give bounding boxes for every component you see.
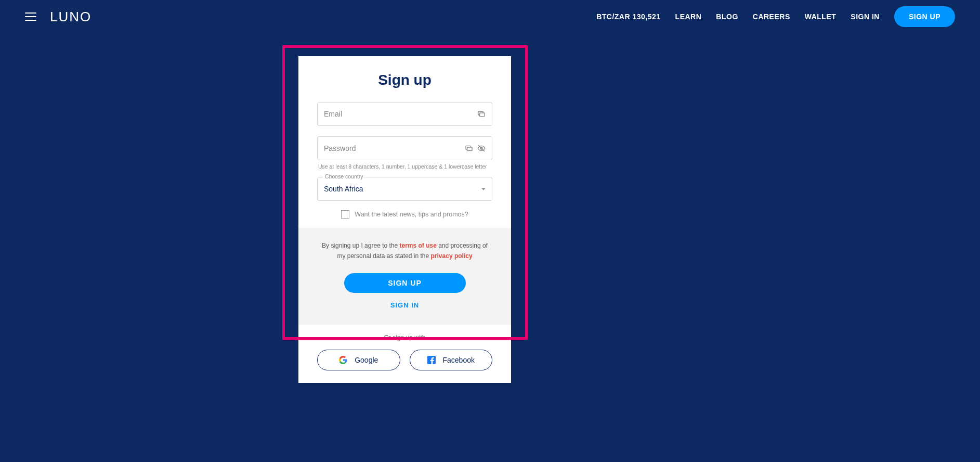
social-section: Or sign up with Google Facebook xyxy=(298,325,511,383)
header: LUNO BTC/ZAR 130,521 LEARN BLOG CAREERS … xyxy=(0,0,980,33)
social-label: Or sign up with xyxy=(317,334,492,341)
nav: BTC/ZAR 130,521 LEARN BLOG CAREERS WALLE… xyxy=(596,6,955,27)
promo-label: Want the latest news, tips and promos? xyxy=(355,211,468,218)
nav-price[interactable]: BTC/ZAR 130,521 xyxy=(596,12,660,21)
signup-form-bottom: By signing up I agree to the terms of us… xyxy=(298,228,511,325)
facebook-button[interactable]: Facebook xyxy=(410,350,493,370)
privacy-link[interactable]: privacy policy xyxy=(431,252,473,260)
facebook-button-label: Facebook xyxy=(443,356,475,364)
chevron-down-icon xyxy=(481,188,486,190)
signup-form-top: Sign up Use at least 8 characters, 1 num… xyxy=(298,56,511,228)
menu-icon[interactable] xyxy=(25,10,37,23)
country-label: Choose country xyxy=(323,173,365,179)
svg-rect-3 xyxy=(467,147,472,151)
country-field-wrap: Choose country South Africa xyxy=(317,177,492,201)
password-field-wrap xyxy=(317,136,492,160)
nav-blog[interactable]: BLOG xyxy=(716,12,738,21)
svg-rect-1 xyxy=(480,113,485,117)
nav-signin[interactable]: SIGN IN xyxy=(851,12,880,21)
form-title: Sign up xyxy=(317,72,492,88)
eye-off-icon[interactable] xyxy=(477,144,486,152)
google-button-label: Google xyxy=(355,356,378,364)
password-field[interactable] xyxy=(324,144,465,152)
email-field-wrap xyxy=(317,102,492,126)
autofill-icon xyxy=(465,144,473,152)
nav-careers[interactable]: CAREERS xyxy=(753,12,790,21)
legal-prefix: By signing up I agree to the xyxy=(322,242,399,249)
email-field[interactable] xyxy=(324,110,477,118)
legal-text: By signing up I agree to the terms of us… xyxy=(317,240,492,262)
promo-row: Want the latest news, tips and promos? xyxy=(317,210,492,219)
facebook-icon xyxy=(427,356,436,364)
google-icon xyxy=(339,356,347,364)
nav-learn[interactable]: LEARN xyxy=(675,12,702,21)
autofill-icon xyxy=(477,110,486,118)
social-row: Google Facebook xyxy=(317,350,492,370)
country-select[interactable]: South Africa xyxy=(324,185,477,193)
promo-checkbox[interactable] xyxy=(341,210,349,219)
terms-link[interactable]: terms of use xyxy=(400,242,437,249)
signup-button[interactable]: SIGN UP xyxy=(344,273,466,293)
google-button[interactable]: Google xyxy=(317,350,400,370)
signup-card: Sign up Use at least 8 characters, 1 num… xyxy=(298,56,511,383)
password-hint: Use at least 8 characters, 1 number, 1 u… xyxy=(318,163,492,170)
nav-signup-button[interactable]: SIGN UP xyxy=(894,6,955,27)
logo[interactable]: LUNO xyxy=(50,9,92,25)
nav-wallet[interactable]: WALLET xyxy=(805,12,837,21)
signin-link[interactable]: SIGN IN xyxy=(317,301,492,309)
